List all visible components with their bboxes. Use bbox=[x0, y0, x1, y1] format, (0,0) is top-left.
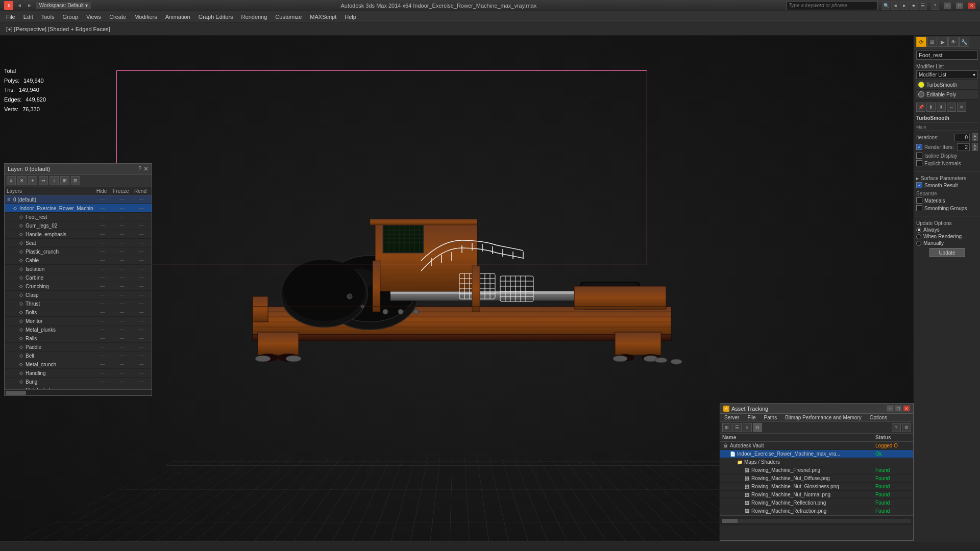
layer-item[interactable]: ◇Foot_rest——— bbox=[5, 213, 152, 221]
at-tool-help[interactable]: ? bbox=[892, 423, 901, 432]
restore-button[interactable]: □ bbox=[955, 2, 964, 9]
search-prev[interactable]: ◄ bbox=[891, 2, 899, 10]
ts-render-iters-up[interactable]: ▲ bbox=[972, 143, 978, 147]
layer-item[interactable]: ◇Carbine——— bbox=[5, 273, 152, 282]
layer-item[interactable]: ◇Rails——— bbox=[5, 334, 152, 343]
object-name-field[interactable] bbox=[916, 51, 978, 60]
minimize-button[interactable]: − bbox=[943, 2, 951, 9]
at-tool-4[interactable]: ⊟ bbox=[753, 423, 762, 432]
close-button[interactable]: ✕ bbox=[968, 2, 976, 9]
layer-tool-add-selected[interactable]: ⊞ bbox=[60, 176, 69, 185]
at-list-item[interactable]: 📄Indoor_Exercise_Rower_Machine_max_vra..… bbox=[720, 450, 913, 458]
layer-tool-remove-selected[interactable]: ⊟ bbox=[71, 176, 80, 185]
at-menu-options[interactable]: Options bbox=[866, 414, 891, 421]
menu-item-views[interactable]: Views bbox=[82, 12, 105, 22]
layer-item[interactable]: ◇Clasp——— bbox=[5, 291, 152, 299]
help-button[interactable]: ? bbox=[931, 2, 939, 10]
ts-render-iters-input[interactable] bbox=[957, 143, 970, 151]
layer-item[interactable]: ◇Metal_circle——— bbox=[5, 386, 152, 389]
menu-item-rendering[interactable]: Rendering bbox=[237, 12, 272, 22]
search-next[interactable]: ► bbox=[900, 2, 909, 10]
at-scrollbar[interactable] bbox=[722, 519, 911, 523]
at-list-item[interactable]: 🖼Rowing_Machine_Nut_Glossiness.pngFound bbox=[720, 483, 913, 491]
at-menu-file[interactable]: File bbox=[743, 414, 760, 421]
layer-item[interactable]: ◇Crunching——— bbox=[5, 282, 152, 291]
layer-item[interactable]: ◇Metal_crunch——— bbox=[5, 360, 152, 369]
at-tool-3[interactable]: ≡ bbox=[743, 423, 752, 432]
at-close[interactable]: ✕ bbox=[903, 405, 910, 412]
at-scroll-thumb[interactable] bbox=[722, 519, 738, 523]
layer-item[interactable]: ◇Gum_legs_02——— bbox=[5, 221, 152, 230]
layer-item[interactable]: ◇Bolts——— bbox=[5, 308, 152, 317]
mod-move-down-btn[interactable]: ⬇ bbox=[937, 103, 946, 112]
ts-iterations-spinner[interactable]: ▲ ▼ bbox=[972, 133, 978, 141]
modifier-dropdown[interactable]: Modifier List ▾ bbox=[916, 70, 978, 79]
menu-item-animation[interactable]: Animation bbox=[161, 12, 194, 22]
menu-item-maxscript[interactable]: MAXScript bbox=[306, 12, 340, 22]
ts-render-iters-down[interactable]: ▼ bbox=[972, 147, 978, 151]
layer-tool-add[interactable]: + bbox=[28, 176, 37, 185]
workspace-selector[interactable]: Workspace: Default ▾ bbox=[36, 2, 91, 9]
ts-render-iters-spinner[interactable]: ▲ ▼ bbox=[972, 143, 978, 151]
layer-item[interactable]: ◇Isolation——— bbox=[5, 265, 152, 273]
search-button[interactable]: 🔍 bbox=[882, 2, 890, 10]
layer-item[interactable]: ◇Handling——— bbox=[5, 369, 152, 378]
at-tool-1[interactable]: ⊞ bbox=[722, 423, 731, 432]
at-menu-paths[interactable]: Paths bbox=[760, 414, 781, 421]
at-list-item[interactable]: 🖼Rowing_Machine_Fresnel.pngFound bbox=[720, 466, 913, 474]
radio-always[interactable] bbox=[916, 228, 921, 233]
menu-item-group[interactable]: Group bbox=[58, 12, 82, 22]
update-button[interactable]: Update bbox=[929, 248, 965, 257]
at-menu-server[interactable]: Server bbox=[720, 414, 743, 421]
mod-channel-btn[interactable]: ↔ bbox=[947, 103, 956, 112]
layer-tool-move-objects[interactable]: ⇒ bbox=[39, 176, 48, 185]
ts-isoline-checkbox[interactable] bbox=[916, 153, 922, 159]
mod-remove-btn[interactable]: ✕ bbox=[957, 103, 966, 112]
at-list-item[interactable]: 🖼Rowing_Machine_Refraction.pngFound bbox=[720, 507, 913, 515]
at-menu-bitmap-performance-and-memory[interactable]: Bitmap Performance and Memory bbox=[781, 414, 866, 421]
menu-item-customize[interactable]: Customize bbox=[271, 12, 306, 22]
search-star[interactable]: ★ bbox=[910, 2, 918, 10]
layer-item[interactable]: ◇Plastic_crunch——— bbox=[5, 247, 152, 256]
modifier-turbosmooth[interactable]: TurboSmooth bbox=[916, 80, 978, 90]
layer-item[interactable]: ◇Thrust——— bbox=[5, 299, 152, 308]
layer-scrollbar[interactable] bbox=[5, 389, 152, 395]
layer-item[interactable]: ◇Metal_plunks——— bbox=[5, 325, 152, 334]
radio-manually[interactable] bbox=[916, 241, 921, 246]
layer-tool-layers[interactable]: ≡ bbox=[7, 176, 16, 185]
modifier-editable-poly[interactable]: Editable Poly bbox=[916, 90, 978, 99]
at-restore[interactable]: □ bbox=[895, 405, 902, 412]
layer-item[interactable]: ≡0 (default)——— bbox=[5, 195, 152, 204]
mod-move-up-btn[interactable]: ⬆ bbox=[926, 103, 936, 112]
at-list-item[interactable]: 🖼Rowing_Machine_Nut_Normal.pngFound bbox=[720, 491, 913, 499]
menu-item-create[interactable]: Create bbox=[105, 12, 130, 22]
panel-icon-hierarchy[interactable]: ⊞ bbox=[927, 37, 937, 47]
menu-item-edit[interactable]: Edit bbox=[19, 12, 37, 22]
at-list-item[interactable]: 🏛Autodesk VaultLogged O bbox=[720, 442, 913, 450]
ts-iterations-input[interactable] bbox=[954, 134, 970, 141]
layer-item[interactable]: ◇Seat——— bbox=[5, 239, 152, 247]
panel-icon-modify[interactable]: ⟳ bbox=[916, 37, 926, 47]
materials-checkbox[interactable] bbox=[916, 197, 922, 204]
ts-render-iters-checkbox[interactable] bbox=[916, 144, 922, 150]
search-input[interactable] bbox=[786, 1, 878, 10]
at-list-item[interactable]: 🖼Rowing_Machine_Reflection.pngFound bbox=[720, 499, 913, 507]
menu-item-graph-editors[interactable]: Graph Editors bbox=[194, 12, 237, 22]
ts-iterations-down[interactable]: ▼ bbox=[972, 137, 978, 141]
menu-item-modifiers[interactable]: Modifiers bbox=[130, 12, 161, 22]
layer-item[interactable]: ◇Paddle——— bbox=[5, 343, 152, 352]
layer-item[interactable]: ◇Handle_emphasis——— bbox=[5, 230, 152, 239]
ts-iterations-up[interactable]: ▲ bbox=[972, 133, 978, 137]
layer-item[interactable]: ◇Belt——— bbox=[5, 352, 152, 360]
at-list-item[interactable]: 🖼Rowing_Machine_Nut_Diffuse.pngFound bbox=[720, 474, 913, 483]
mod-pin-btn[interactable]: 📌 bbox=[916, 103, 925, 112]
layer-item[interactable]: ◇Indoor_Exercise_Rower_Machine——— bbox=[5, 204, 152, 213]
layer-scroll-thumb[interactable] bbox=[6, 391, 26, 395]
smooth-result-checkbox[interactable] bbox=[916, 182, 922, 188]
menu-item-tools[interactable]: Tools bbox=[37, 12, 59, 22]
at-minimize[interactable]: − bbox=[887, 405, 894, 412]
at-tool-2[interactable]: ☰ bbox=[732, 423, 742, 432]
menu-item-help[interactable]: Help bbox=[340, 12, 360, 22]
layer-panel-close[interactable]: ✕ bbox=[143, 165, 149, 172]
radio-when-rendering[interactable] bbox=[916, 234, 921, 239]
